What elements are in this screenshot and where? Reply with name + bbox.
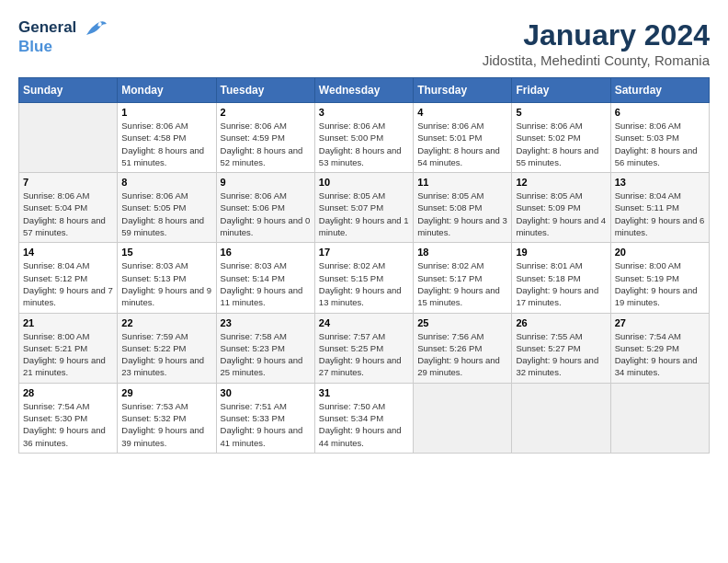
day-info: Sunrise: 8:01 AMSunset: 5:18 PMDaylight:…: [516, 259, 606, 308]
week-row-2: 7Sunrise: 8:06 AMSunset: 5:04 PMDaylight…: [19, 173, 710, 243]
week-row-4: 21Sunrise: 8:00 AMSunset: 5:21 PMDayligh…: [19, 313, 710, 383]
day-number: 1: [121, 107, 211, 118]
calendar-cell: 26Sunrise: 7:55 AMSunset: 5:27 PMDayligh…: [512, 313, 610, 383]
calendar-cell: 9Sunrise: 8:06 AMSunset: 5:06 PMDaylight…: [216, 173, 314, 243]
day-number: 3: [319, 107, 409, 118]
calendar-cell: 25Sunrise: 7:56 AMSunset: 5:26 PMDayligh…: [414, 313, 512, 383]
calendar-cell: 2Sunrise: 8:06 AMSunset: 4:59 PMDaylight…: [216, 103, 314, 173]
logo-bird-icon: [83, 18, 108, 39]
day-info: Sunrise: 8:03 AMSunset: 5:13 PMDaylight:…: [121, 259, 211, 308]
calendar-cell: 5Sunrise: 8:06 AMSunset: 5:02 PMDaylight…: [512, 103, 610, 173]
week-row-5: 28Sunrise: 7:54 AMSunset: 5:30 PMDayligh…: [19, 383, 710, 453]
day-number: 27: [615, 317, 705, 328]
weekday-header-friday: Friday: [512, 78, 610, 103]
day-number: 24: [319, 317, 409, 328]
day-number: 14: [23, 247, 113, 258]
day-info: Sunrise: 7:53 AMSunset: 5:32 PMDaylight:…: [121, 400, 211, 449]
day-info: Sunrise: 7:50 AMSunset: 5:34 PMDaylight:…: [319, 400, 409, 449]
calendar-cell: [19, 103, 118, 173]
day-info: Sunrise: 8:00 AMSunset: 5:19 PMDaylight:…: [615, 259, 705, 308]
day-number: 25: [417, 317, 507, 328]
weekday-header-tuesday: Tuesday: [216, 78, 314, 103]
calendar-cell: 19Sunrise: 8:01 AMSunset: 5:18 PMDayligh…: [512, 243, 610, 313]
calendar-cell: 15Sunrise: 8:03 AMSunset: 5:13 PMDayligh…: [118, 243, 216, 313]
day-info: Sunrise: 8:06 AMSunset: 5:04 PMDaylight:…: [23, 190, 113, 238]
day-number: 12: [516, 177, 606, 188]
calendar-cell: 13Sunrise: 8:04 AMSunset: 5:11 PMDayligh…: [610, 173, 709, 243]
day-number: 7: [23, 177, 113, 188]
day-number: 16: [221, 247, 311, 258]
day-info: Sunrise: 8:05 AMSunset: 5:09 PMDaylight:…: [516, 190, 606, 238]
calendar-cell: 23Sunrise: 7:58 AMSunset: 5:23 PMDayligh…: [216, 313, 314, 383]
weekday-header-row: SundayMondayTuesdayWednesdayThursdayFrid…: [19, 78, 710, 103]
week-row-1: 1Sunrise: 8:06 AMSunset: 4:58 PMDaylight…: [19, 103, 710, 173]
calendar-table: SundayMondayTuesdayWednesdayThursdayFrid…: [18, 77, 710, 454]
day-number: 5: [516, 107, 606, 118]
calendar-cell: 10Sunrise: 8:05 AMSunset: 5:07 PMDayligh…: [314, 173, 413, 243]
day-info: Sunrise: 8:04 AMSunset: 5:12 PMDaylight:…: [23, 259, 113, 308]
day-info: Sunrise: 7:56 AMSunset: 5:26 PMDaylight:…: [417, 330, 507, 379]
calendar-cell: 16Sunrise: 8:03 AMSunset: 5:14 PMDayligh…: [216, 243, 314, 313]
day-info: Sunrise: 8:06 AMSunset: 5:02 PMDaylight:…: [516, 120, 606, 168]
day-number: 4: [417, 107, 507, 118]
day-number: 21: [23, 317, 113, 328]
day-info: Sunrise: 8:06 AMSunset: 5:00 PMDaylight:…: [319, 120, 409, 168]
calendar-subtitle: Jidostita, Mehedinti County, Romania: [483, 52, 710, 68]
day-info: Sunrise: 8:03 AMSunset: 5:14 PMDaylight:…: [221, 259, 311, 308]
logo-text: General: [18, 18, 108, 39]
calendar-cell: 6Sunrise: 8:06 AMSunset: 5:03 PMDaylight…: [610, 103, 709, 173]
day-info: Sunrise: 7:51 AMSunset: 5:33 PMDaylight:…: [221, 400, 311, 449]
weekday-header-thursday: Thursday: [414, 78, 512, 103]
title-block: January 2024 Jidostita, Mehedinti County…: [483, 18, 710, 68]
day-number: 22: [121, 317, 211, 328]
day-number: 10: [319, 177, 409, 188]
day-info: Sunrise: 7:55 AMSunset: 5:27 PMDaylight:…: [516, 330, 606, 379]
calendar-cell: 12Sunrise: 8:05 AMSunset: 5:09 PMDayligh…: [512, 173, 610, 243]
day-number: 15: [121, 247, 211, 258]
day-number: 26: [516, 317, 606, 328]
calendar-cell: 30Sunrise: 7:51 AMSunset: 5:33 PMDayligh…: [216, 383, 314, 453]
day-info: Sunrise: 8:00 AMSunset: 5:21 PMDaylight:…: [23, 330, 113, 379]
calendar-cell: 3Sunrise: 8:06 AMSunset: 5:00 PMDaylight…: [314, 103, 413, 173]
weekday-header-sunday: Sunday: [19, 78, 118, 103]
day-number: 6: [615, 107, 705, 118]
day-number: 8: [121, 177, 211, 188]
logo: General Blue: [18, 18, 108, 54]
calendar-cell: 18Sunrise: 8:02 AMSunset: 5:17 PMDayligh…: [414, 243, 512, 313]
day-number: 19: [516, 247, 606, 258]
calendar-cell: [610, 383, 709, 453]
day-number: 30: [221, 387, 311, 398]
day-info: Sunrise: 8:06 AMSunset: 4:58 PMDaylight:…: [121, 120, 211, 168]
day-info: Sunrise: 8:05 AMSunset: 5:07 PMDaylight:…: [319, 190, 409, 238]
day-info: Sunrise: 7:54 AMSunset: 5:30 PMDaylight:…: [23, 400, 113, 449]
calendar-cell: 11Sunrise: 8:05 AMSunset: 5:08 PMDayligh…: [414, 173, 512, 243]
day-info: Sunrise: 8:02 AMSunset: 5:15 PMDaylight:…: [319, 259, 409, 308]
day-info: Sunrise: 8:06 AMSunset: 4:59 PMDaylight:…: [221, 120, 311, 168]
day-info: Sunrise: 7:58 AMSunset: 5:23 PMDaylight:…: [221, 330, 311, 379]
day-info: Sunrise: 7:59 AMSunset: 5:22 PMDaylight:…: [121, 330, 211, 379]
day-info: Sunrise: 8:04 AMSunset: 5:11 PMDaylight:…: [615, 190, 705, 238]
day-info: Sunrise: 7:57 AMSunset: 5:25 PMDaylight:…: [319, 330, 409, 379]
calendar-cell: 17Sunrise: 8:02 AMSunset: 5:15 PMDayligh…: [314, 243, 413, 313]
calendar-cell: 14Sunrise: 8:04 AMSunset: 5:12 PMDayligh…: [19, 243, 118, 313]
calendar-cell: 28Sunrise: 7:54 AMSunset: 5:30 PMDayligh…: [19, 383, 118, 453]
day-number: 23: [221, 317, 311, 328]
calendar-title: January 2024: [483, 18, 710, 52]
calendar-cell: [414, 383, 512, 453]
calendar-cell: 27Sunrise: 7:54 AMSunset: 5:29 PMDayligh…: [610, 313, 709, 383]
calendar-cell: [512, 383, 610, 453]
logo-blue-text: Blue: [18, 39, 108, 54]
day-number: 2: [221, 107, 311, 118]
calendar-cell: 24Sunrise: 7:57 AMSunset: 5:25 PMDayligh…: [314, 313, 413, 383]
calendar-cell: 31Sunrise: 7:50 AMSunset: 5:34 PMDayligh…: [314, 383, 413, 453]
day-info: Sunrise: 8:06 AMSunset: 5:03 PMDaylight:…: [615, 120, 705, 168]
page-header: General Blue January 2024 Jidostita, Meh…: [18, 18, 710, 68]
day-info: Sunrise: 8:05 AMSunset: 5:08 PMDaylight:…: [417, 190, 507, 238]
calendar-cell: 22Sunrise: 7:59 AMSunset: 5:22 PMDayligh…: [118, 313, 216, 383]
calendar-cell: 29Sunrise: 7:53 AMSunset: 5:32 PMDayligh…: [118, 383, 216, 453]
weekday-header-saturday: Saturday: [610, 78, 709, 103]
day-number: 13: [615, 177, 705, 188]
calendar-cell: 4Sunrise: 8:06 AMSunset: 5:01 PMDaylight…: [414, 103, 512, 173]
day-number: 9: [221, 177, 311, 188]
calendar-cell: 20Sunrise: 8:00 AMSunset: 5:19 PMDayligh…: [610, 243, 709, 313]
